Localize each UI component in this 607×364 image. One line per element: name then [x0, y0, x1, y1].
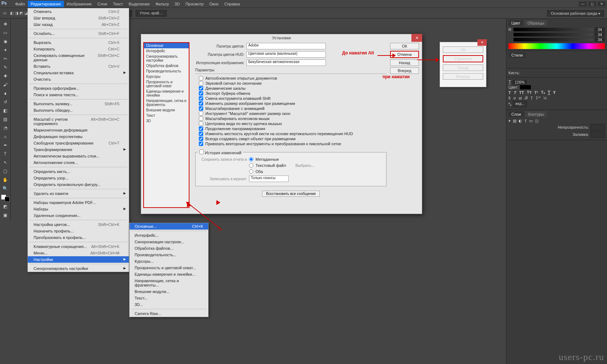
italic-icon[interactable]: T [514, 90, 516, 95]
menu-help[interactable]: Справка [222, 1, 243, 7]
menu-item[interactable]: Ослабить...Shift+Ctrl+F [28, 30, 129, 37]
submenu-item[interactable]: Синхронизация настроек... [130, 239, 208, 245]
eraser-tool[interactable]: ◧ [1, 107, 10, 115]
radio-textfile[interactable] [249, 163, 253, 168]
submenu-item[interactable]: 3D... [130, 301, 208, 308]
dialog-close-icon[interactable]: ✕ [411, 34, 422, 42]
option-checkbox-row[interactable]: Изменять жесткость круглой кисти на осно… [199, 132, 387, 136]
filter-shape-icon[interactable]: ▭ [529, 119, 533, 123]
menu-item[interactable]: Выполнить обводку... [28, 107, 129, 114]
menu-item[interactable]: Шаг впередShift+Ctrl+Z [28, 15, 129, 21]
allcaps-icon[interactable]: TT [519, 90, 524, 95]
dodge-tool[interactable]: ☼ [1, 133, 10, 141]
fraction-icon[interactable]: ½ [543, 96, 547, 100]
menu-item[interactable]: Автоналожение слоев... [28, 159, 129, 166]
shape-tool[interactable]: ▢ [1, 167, 10, 175]
menu-3d[interactable]: 3D [172, 1, 183, 7]
text-color-swatch[interactable] [520, 85, 531, 89]
submenu-item[interactable]: Основные...Ctrl+K [130, 223, 208, 230]
ordinal-icon[interactable]: 1ˢᵗ [536, 96, 541, 100]
wand-tool[interactable]: ✦ [1, 46, 10, 54]
spectrum-bar[interactable] [508, 43, 605, 49]
crop-tool[interactable]: ✂ [1, 55, 10, 63]
heal-tool[interactable]: ✚ [1, 72, 10, 80]
menu-item[interactable]: ВырезатьCtrl+X [28, 39, 129, 46]
menu-item[interactable]: Клавиатурные сокращения...Alt+Shift+Ctrl… [28, 243, 129, 250]
tab-color[interactable]: Цвет [508, 20, 523, 26]
hand-tool[interactable]: ✋ [1, 176, 10, 184]
menu-item[interactable]: Настройки▶ [28, 256, 129, 263]
menu-item[interactable]: Марионеточная деформация [28, 127, 129, 133]
option-checkbox-row[interactable]: Продолжение панорамирования [199, 126, 387, 131]
palette-select[interactable]: Adobe [246, 43, 326, 49]
log-select[interactable]: Только сеансы [249, 176, 289, 182]
menu-item[interactable]: Определить произвольную фигуру... [28, 181, 129, 188]
hud-select[interactable]: Цветовая шкала (маленькая) [246, 51, 326, 58]
filter-smart-icon[interactable]: ◫ [535, 119, 538, 123]
option-checkbox-row[interactable]: Масштабировать колесиком мыши [199, 116, 387, 121]
category-item[interactable]: Единицы измерения и линейки [144, 89, 189, 98]
tab-paths[interactable]: Контуры [525, 111, 547, 117]
menu-item[interactable]: ОтменитьCtrl+Z [28, 8, 129, 15]
category-item[interactable]: Производительность [144, 68, 189, 74]
prev-button[interactable]: Назад [390, 59, 419, 66]
menu-text[interactable]: Текст [110, 1, 126, 7]
menu-item[interactable]: Поиск и замена текста... [28, 92, 129, 98]
category-item[interactable]: Курсоры [144, 74, 189, 79]
menu-item[interactable]: Проверка орфографии... [28, 85, 129, 92]
option-checkbox-row[interactable]: Масштабирование с анимацией [199, 106, 387, 111]
category-item[interactable]: Обработка файлов [144, 63, 189, 68]
menu-window[interactable]: Окно [206, 1, 222, 7]
submenu-item[interactable]: Курсоры... [130, 258, 208, 265]
menu-item[interactable]: КопироватьCtrl+C [28, 46, 129, 52]
menu-item[interactable]: Трансформирование▶ [28, 146, 129, 153]
b-slider[interactable] [514, 38, 593, 41]
menu-edit[interactable]: Редактирование [28, 1, 64, 7]
option-checkbox[interactable] [199, 142, 203, 146]
r-slider[interactable] [514, 28, 593, 31]
submenu-item[interactable]: Интерфейс... [130, 232, 208, 239]
menu-item[interactable]: Удаленные соединения... [28, 212, 129, 219]
opacity-input[interactable] [590, 124, 605, 130]
background-swatch[interactable] [5, 197, 10, 202]
tab-swatches[interactable]: Образцы [525, 20, 547, 26]
menu-file[interactable]: Файл [12, 1, 28, 7]
next-button[interactable]: Вперед [390, 67, 419, 74]
submenu-item[interactable]: Производительность... [130, 252, 208, 258]
anno-ok-button[interactable]: ОК [443, 46, 483, 53]
submenu-item[interactable]: Прозрачность и цветовой охват... [130, 265, 208, 271]
option-checkbox-row[interactable]: Инструмент "Масштаб" изменяет размер око… [199, 111, 387, 116]
b-value[interactable]: 34 [595, 37, 605, 42]
menu-filter[interactable]: Фильтр [153, 1, 172, 7]
move-tool[interactable]: ✥ [1, 20, 10, 28]
filter-kind-icon[interactable]: ▾ [508, 119, 511, 123]
r-value[interactable]: 34 [595, 27, 605, 32]
option-checkbox-row[interactable]: Изменить размер изображения при размещен… [199, 101, 387, 106]
option-checkbox-row[interactable]: Смена инструмента клавишей Shift [199, 96, 387, 101]
smallcaps-icon[interactable]: Tᴛ [527, 90, 532, 95]
option-checkbox[interactable] [199, 96, 203, 101]
menu-item[interactable]: Определить кисть... [28, 168, 129, 175]
maximize-button[interactable]: ◻ [588, 1, 596, 6]
brush-tool[interactable]: 🖌 [1, 81, 10, 89]
path-select-tool[interactable]: ↖ [1, 159, 10, 167]
submenu-item[interactable]: Направляющие, сетка и фрагменты... [130, 278, 208, 288]
filter-adj-icon[interactable]: ◐ [519, 119, 522, 123]
menu-item[interactable]: Наборы параметров Adobe PDF... [28, 199, 129, 206]
menu-item[interactable]: Преобразовать в профиль... [28, 234, 129, 241]
antialias-select[interactable]: жкд... [513, 101, 527, 107]
radio-both[interactable] [249, 169, 253, 174]
g-slider[interactable] [514, 33, 593, 36]
close-button[interactable]: ✕ [598, 1, 606, 6]
radio-metadata[interactable] [249, 157, 253, 161]
anno-close-icon[interactable]: ✕ [477, 39, 487, 46]
submenu-item[interactable]: Единицы измерения и линейки... [130, 271, 208, 278]
option-checkbox[interactable] [199, 101, 203, 106]
zoom-tool[interactable]: 🔍 [1, 185, 10, 192]
submenu-item[interactable]: Camera Raw... [130, 310, 208, 317]
stamp-tool[interactable]: ∎ [1, 89, 10, 97]
color-swatch[interactable] [1, 195, 10, 202]
menu-item[interactable]: Деформация перспективы [28, 133, 129, 140]
subscript-icon[interactable]: T₁ [541, 90, 545, 95]
screenmode-icon[interactable]: ▣ [1, 211, 10, 219]
